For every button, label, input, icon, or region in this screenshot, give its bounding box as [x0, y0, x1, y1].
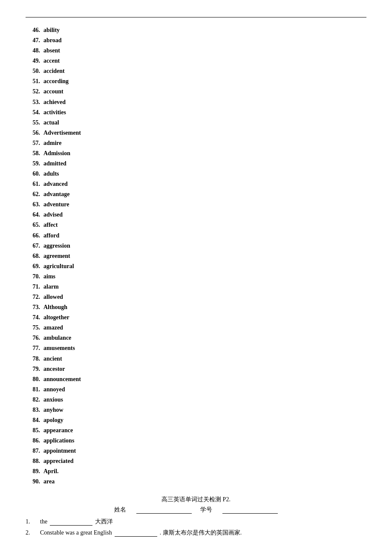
list-item: 90.area — [26, 477, 366, 487]
id-label: 学号 — [200, 506, 212, 514]
sentence-number: 1. — [26, 518, 37, 525]
item-number: 85. — [26, 425, 43, 436]
item-word: ability — [43, 25, 60, 35]
sentence-prefix: Constable was a great English — [40, 529, 112, 536]
item-number: 47. — [26, 35, 43, 46]
item-word: adults — [43, 169, 59, 179]
item-number: 87. — [26, 446, 43, 456]
item-word: aims — [43, 272, 55, 282]
item-number: 84. — [26, 415, 43, 425]
list-item: 72.allowed — [26, 292, 366, 302]
item-word: actual — [43, 118, 59, 128]
item-number: 60. — [26, 169, 43, 179]
list-item: 73.Although — [26, 302, 366, 312]
list-item: 60.adults — [26, 169, 366, 179]
footer-name-row: 姓名 学号 — [26, 506, 366, 514]
item-number: 57. — [26, 138, 43, 148]
item-number: 52. — [26, 87, 43, 97]
item-number: 64. — [26, 210, 43, 220]
item-word: Advertisement — [43, 128, 81, 138]
item-word: advantage — [43, 189, 69, 199]
list-item: 48.absent — [26, 46, 366, 56]
list-item: 88.appreciated — [26, 456, 366, 466]
item-number: 89. — [26, 466, 43, 477]
item-number: 72. — [26, 292, 43, 302]
item-word: announcement — [43, 374, 81, 384]
item-number: 65. — [26, 220, 43, 230]
item-word: annoyed — [43, 384, 65, 395]
footer-title: 高三英语单词过关检测 P2. — [26, 496, 366, 503]
list-item: 69.agricultural — [26, 261, 366, 272]
list-item: 77.amusements — [26, 343, 366, 353]
list-item: 55.actual — [26, 118, 366, 128]
item-word: according — [43, 76, 69, 87]
list-item: 65.affect — [26, 220, 366, 230]
footer-section: 高三英语单词过关检测 P2. 姓名 学号 1.the 大西洋 2.Constab… — [26, 496, 366, 537]
item-word: afford — [43, 231, 59, 241]
item-number: 62. — [26, 189, 43, 199]
id-blank[interactable] — [222, 506, 278, 514]
list-item: 54.activities — [26, 107, 366, 118]
list-item: 50.accident — [26, 66, 366, 76]
item-word: absent — [43, 46, 60, 56]
item-number: 61. — [26, 179, 43, 189]
item-number: 56. — [26, 128, 43, 138]
name-blank[interactable] — [136, 506, 192, 514]
list-item: 49.accent — [26, 56, 366, 66]
item-word: ambulance — [43, 333, 71, 343]
list-item: 76.ambulance — [26, 333, 366, 343]
item-word: appearance — [43, 425, 73, 436]
item-number: 77. — [26, 343, 43, 353]
sentence-blank[interactable] — [50, 518, 92, 526]
list-item: 84.apology — [26, 415, 366, 425]
name-label: 姓名 — [114, 506, 126, 514]
item-word: adventure — [43, 199, 69, 210]
item-word: amusements — [43, 343, 75, 353]
item-number: 46. — [26, 25, 43, 35]
sentence-blank[interactable] — [115, 529, 157, 537]
sentence-2: 2.Constable was a great English . 康斯太布尔是… — [26, 529, 366, 537]
list-item: 52.account — [26, 87, 366, 97]
list-item: 81.annoyed — [26, 384, 366, 395]
item-word: anxious — [43, 395, 63, 405]
item-word: applications — [43, 436, 74, 446]
list-item: 57.admire — [26, 138, 366, 148]
list-item: 89.April. — [26, 466, 366, 477]
word-list: 46.ability47.abroad48.absent49.accent50.… — [26, 25, 366, 487]
item-number: 80. — [26, 374, 43, 384]
item-number: 83. — [26, 405, 43, 415]
item-number: 48. — [26, 46, 43, 56]
item-word: advised — [43, 210, 63, 220]
item-number: 86. — [26, 436, 43, 446]
list-item: 58.Admission — [26, 148, 366, 159]
item-word: alarm — [43, 282, 59, 292]
item-word: allowed — [43, 292, 63, 302]
sentence-number: 2. — [26, 529, 37, 536]
item-number: 75. — [26, 323, 43, 333]
list-item: 70.aims — [26, 272, 366, 282]
item-number: 78. — [26, 354, 43, 364]
top-divider — [26, 17, 366, 17]
list-item: 74.altogether — [26, 312, 366, 323]
list-item: 75.amazed — [26, 323, 366, 333]
item-word: abroad — [43, 35, 62, 46]
item-number: 68. — [26, 251, 43, 261]
item-number: 66. — [26, 231, 43, 241]
item-word: apology — [43, 415, 63, 425]
item-number: 82. — [26, 395, 43, 405]
list-item: 87.appointment — [26, 446, 366, 456]
list-item: 79.ancestor — [26, 364, 366, 374]
item-number: 49. — [26, 56, 43, 66]
item-number: 53. — [26, 97, 43, 107]
list-item: 47.abroad — [26, 35, 366, 46]
item-word: ancient — [43, 354, 62, 364]
item-number: 59. — [26, 159, 43, 169]
item-word: admire — [43, 138, 62, 148]
item-number: 79. — [26, 364, 43, 374]
item-word: aggression — [43, 241, 70, 251]
item-number: 73. — [26, 302, 43, 312]
item-word: achieved — [43, 97, 66, 107]
item-number: 54. — [26, 107, 43, 118]
list-item: 80.announcement — [26, 374, 366, 384]
list-item: 63.adventure — [26, 199, 366, 210]
